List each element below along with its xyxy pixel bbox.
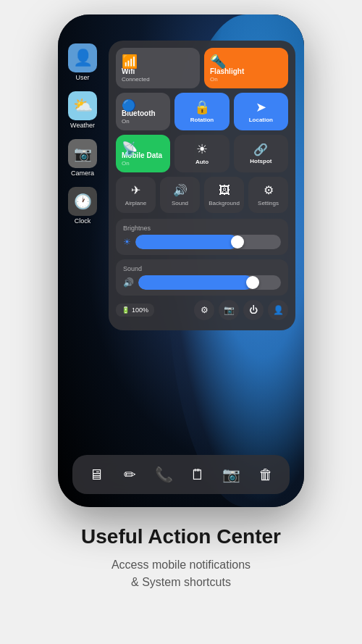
app-icon-weather[interactable]: ⛅ Weather: [68, 91, 97, 129]
app-icons-column: 👤 User ⛅ Weather 📷 Camera 🕐 Cl: [68, 43, 97, 225]
mobile-data-icon: 📡: [122, 141, 138, 156]
app-label-weather: Weather: [70, 122, 95, 129]
app-icon-camera[interactable]: 📷 Camera: [68, 139, 97, 177]
sound-thumb[interactable]: [246, 276, 259, 289]
hotspot-label: Hotspot: [250, 158, 272, 165]
sound-label: Sound: [172, 200, 188, 206]
page-title: Useful Action Center: [81, 524, 281, 549]
app-label-user: User: [75, 74, 89, 81]
status-user-icon[interactable]: 👤: [268, 300, 288, 320]
airplane-tile[interactable]: ✈ Airplane: [116, 177, 156, 213]
background-tile[interactable]: 🖼 Background: [204, 177, 244, 213]
brightness-fill: [135, 235, 237, 249]
dock-icon-pencil[interactable]: ✏: [117, 461, 143, 488]
dock-icon-phone[interactable]: 📞: [151, 461, 177, 488]
status-power-icon[interactable]: ⏻: [243, 300, 264, 320]
mobile-data-tile[interactable]: 📡 Mobile Data On: [116, 135, 170, 172]
brightness-thumb[interactable]: [231, 235, 244, 248]
app-icon-user[interactable]: 👤 User: [68, 43, 97, 81]
wifi-tile[interactable]: 📶 Wifi Connected: [116, 48, 200, 88]
airplane-icon: ✈: [131, 183, 140, 197]
status-bar: [58, 14, 304, 36]
status-bottom-icons: ⚙ 📷 ⏻ 👤: [194, 300, 288, 320]
bluetooth-tile[interactable]: 🔵 Bluetooth On: [116, 93, 170, 130]
auto-tile[interactable]: ☀ Auto: [174, 135, 229, 172]
status-gear-icon[interactable]: ⚙: [194, 300, 214, 320]
status-row: 🔋 100% ⚙ 📷 ⏻ 👤: [116, 300, 288, 320]
battery-indicator: 🔋 100%: [116, 304, 154, 317]
app-icon-clock[interactable]: 🕐 Clock: [68, 187, 97, 225]
airplane-label: Airplane: [125, 200, 146, 206]
dock-icon-trash[interactable]: 🗑: [253, 461, 279, 488]
hotspot-icon: 🔗: [253, 143, 268, 156]
mobile-data-sub: On: [122, 160, 130, 167]
app-dock: 🖥 ✏ 📞 🗒 📷 🗑: [72, 455, 290, 494]
app-label-camera: Camera: [71, 170, 94, 177]
sound-track[interactable]: [138, 275, 281, 290]
background-icon: 🖼: [219, 184, 230, 197]
settings-icon: ⚙: [264, 183, 274, 197]
brightness-track[interactable]: [135, 235, 281, 249]
wifi-icon: 📶: [122, 54, 138, 70]
bluetooth-icon: 🔵: [122, 99, 136, 112]
hotspot-tile[interactable]: 🔗 Hotspot: [234, 135, 288, 172]
location-label: Location: [249, 117, 273, 124]
brightness-label: Brightnes: [123, 225, 281, 232]
rotation-tile[interactable]: 🔒 Rotation: [174, 93, 229, 130]
location-tile[interactable]: ➤ Location: [234, 93, 288, 130]
bottom-icon-row: ✈ Airplane 🔊 Sound 🖼 Background ⚙ Settin…: [116, 177, 288, 213]
auto-label: Auto: [195, 159, 209, 166]
settings-label: Settings: [258, 200, 279, 206]
sound-slider-section: Sound 🔊: [116, 259, 288, 296]
rotation-label: Rotation: [190, 117, 214, 124]
location-icon: ➤: [256, 99, 266, 115]
brightness-icon: ☀: [123, 237, 131, 247]
dock-icon-camera[interactable]: 📷: [219, 461, 245, 488]
dock-icon-notes[interactable]: 🗒: [185, 461, 211, 488]
rotation-icon: 🔒: [194, 99, 210, 115]
flashlight-icon: 🔦: [210, 54, 226, 70]
phone-frame: 👤 User ⛅ Weather 📷 Camera 🕐 Cl: [58, 14, 304, 507]
battery-pct: 100%: [132, 306, 148, 314]
page-subtitle: Access mobile notifications& System shor…: [81, 556, 281, 591]
status-camera-icon[interactable]: 📷: [219, 300, 239, 320]
auto-icon: ☀: [196, 141, 208, 157]
settings-tile[interactable]: ⚙ Settings: [248, 177, 288, 213]
sound-fill: [138, 275, 253, 290]
phone-mockup: 👤 User ⛅ Weather 📷 Camera 🕐 Cl: [58, 14, 304, 507]
battery-icon: 🔋: [122, 306, 130, 314]
sound-slider-label: Sound: [123, 265, 281, 272]
bluetooth-sub: On: [122, 118, 130, 125]
sound-icon: 🔊: [173, 183, 188, 197]
app-label-clock: Clock: [75, 217, 91, 225]
sound-slider-icon: 🔊: [123, 277, 134, 288]
dock-icon-finder[interactable]: 🖥: [83, 461, 109, 488]
bottom-section: Useful Action Center Access mobile notif…: [52, 524, 310, 591]
control-center-panel: 📶 Wifi Connected 🔦 Flashlight On 🔵 Bluet…: [109, 41, 295, 330]
sound-tile[interactable]: 🔊 Sound: [160, 177, 200, 213]
brightness-slider-section: Brightnes ☀: [116, 219, 288, 255]
background-label: Background: [209, 200, 240, 206]
flashlight-tile[interactable]: 🔦 Flashlight On: [204, 48, 288, 88]
flashlight-sub: On: [210, 76, 218, 83]
wifi-sub: Connected: [122, 76, 150, 83]
